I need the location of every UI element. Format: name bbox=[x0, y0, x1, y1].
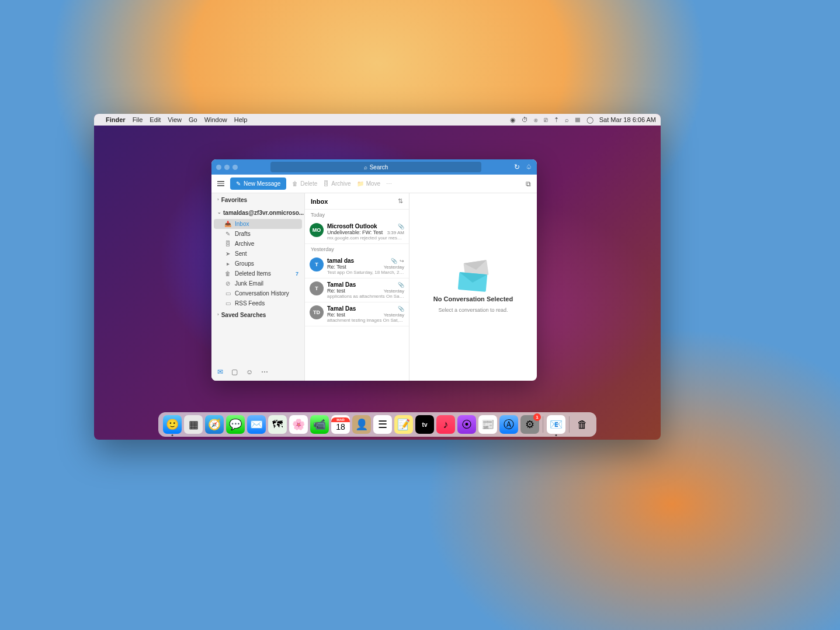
time: Yesterday bbox=[384, 288, 404, 294]
dock-maps[interactable]: 🗺 bbox=[268, 415, 287, 434]
attachment-icon: 📎 bbox=[398, 282, 404, 288]
close-button[interactable] bbox=[216, 165, 221, 170]
sidebar-item-deleted-items[interactable]: 🗑Deleted Items7 bbox=[211, 269, 304, 279]
dock-launchpad[interactable]: ▦ bbox=[184, 415, 203, 434]
msglist-group-header: Today bbox=[305, 210, 409, 220]
dock-outlook[interactable]: 📧 bbox=[547, 415, 565, 434]
notification-icon[interactable]: ♤ bbox=[526, 163, 532, 171]
menubar-window[interactable]: Window bbox=[204, 116, 227, 123]
more-tab-icon[interactable]: ⋯ bbox=[261, 368, 268, 376]
dock-mail[interactable]: ✉️ bbox=[247, 415, 266, 434]
sidebar-favorites[interactable]: ›Favorites bbox=[211, 193, 304, 207]
control-center-icon[interactable]: 𝌆 bbox=[575, 116, 581, 124]
dock-messages[interactable]: 💬 bbox=[226, 415, 245, 434]
dock-finder[interactable]: 🙂 bbox=[163, 415, 182, 434]
avatar: MO bbox=[310, 223, 324, 237]
people-tab-icon[interactable]: ☺ bbox=[246, 368, 253, 376]
delete-button[interactable]: 🗑Delete bbox=[292, 180, 317, 187]
sidebar-item-sent[interactable]: ➤Sent bbox=[211, 249, 304, 259]
panel-toggle-icon[interactable]: ⧉ bbox=[526, 180, 531, 188]
message-item[interactable]: T tamal das📎↪ Re: TestYesterday Test app… bbox=[305, 255, 409, 279]
move-button[interactable]: 📁Move bbox=[357, 180, 380, 187]
folder-icon: ▭ bbox=[224, 300, 231, 307]
reading-subtitle: Select a conversation to read. bbox=[438, 307, 508, 313]
message-item[interactable]: TD Tamal Das📎 Re: testYesterday attachme… bbox=[305, 302, 409, 326]
record-icon[interactable]: ◉ bbox=[510, 116, 516, 124]
message-item[interactable]: T Tamal Das📎 Re: testYesterday applicati… bbox=[305, 279, 409, 302]
sidebar-account[interactable]: ⌄tamaldas@zf3vr.onmicroso... bbox=[211, 207, 304, 219]
dock-calendar[interactable]: MAR18 bbox=[331, 415, 350, 434]
avatar: T bbox=[310, 257, 324, 272]
chevron-down-icon: ⌄ bbox=[217, 210, 221, 216]
hamburger-icon[interactable] bbox=[217, 181, 224, 186]
dock-reminders[interactable]: ☰ bbox=[373, 415, 392, 434]
outlook-window: ⌕ Search ↻ ♤ ✎ New Message 🗑Delete 🗄Arch… bbox=[211, 159, 537, 381]
sidebar-saved-searches[interactable]: ›Saved Searches bbox=[211, 308, 304, 322]
folder-icon: ⊘ bbox=[224, 280, 231, 287]
dock-photos[interactable]: 🌸 bbox=[289, 415, 308, 434]
dock-facetime[interactable]: 📹 bbox=[310, 415, 329, 434]
outlook-toolbar: ✎ New Message 🗑Delete 🗄Archive 📁Move ⋯ ⧉ bbox=[211, 175, 537, 193]
menubar-datetime[interactable]: Sat Mar 18 6:06 AM bbox=[599, 116, 656, 123]
mail-tab-icon[interactable]: ✉ bbox=[217, 368, 223, 376]
sidebar-item-inbox[interactable]: 📥Inbox bbox=[214, 219, 302, 229]
preview: attachment testing images On Sat,... bbox=[327, 318, 404, 323]
dock-trash[interactable]: 🗑 bbox=[573, 415, 592, 434]
menubar-go[interactable]: Go bbox=[189, 116, 197, 123]
archive-button[interactable]: 🗄Archive bbox=[323, 180, 350, 187]
dock-news[interactable]: 📰 bbox=[478, 415, 497, 434]
menubar-file[interactable]: File bbox=[133, 116, 143, 123]
dock-podcasts[interactable]: ⦿ bbox=[457, 415, 476, 434]
folder-icon: 📥 bbox=[224, 221, 231, 227]
sender: tamal das bbox=[327, 257, 391, 264]
folder-icon: ✎ bbox=[224, 231, 231, 237]
filter-icon[interactable]: ⇅ bbox=[398, 197, 403, 205]
dock-appstore[interactable]: Ⓐ bbox=[499, 415, 518, 434]
time: 3:39 AM bbox=[387, 230, 404, 235]
dock-contacts[interactable]: 👤 bbox=[352, 415, 371, 434]
sidebar-item-conversation-history[interactable]: ▭Conversation History bbox=[211, 288, 304, 298]
folder-icon: 🗑 bbox=[224, 270, 231, 277]
new-message-button[interactable]: ✎ New Message bbox=[230, 177, 286, 190]
display-icon[interactable]: ⎚ bbox=[544, 116, 548, 123]
dock-safari[interactable]: 🧭 bbox=[205, 415, 224, 434]
chevron-right-icon: › bbox=[217, 197, 219, 203]
dock-tv[interactable]: tv bbox=[415, 415, 434, 434]
attachment-icon: 📎 bbox=[398, 306, 404, 312]
sidebar-item-junk-email[interactable]: ⊘Junk Email bbox=[211, 279, 304, 288]
sidebar-item-drafts[interactable]: ✎Drafts bbox=[211, 229, 304, 239]
subject: Undeliverable: FW: Test bbox=[327, 229, 387, 235]
calendar-tab-icon[interactable]: ▢ bbox=[231, 368, 238, 376]
preview: applications as attachments On Sat,... bbox=[327, 294, 404, 299]
subject: Re: Test bbox=[327, 264, 384, 270]
avatar: TD bbox=[310, 305, 324, 319]
menubar-help[interactable]: Help bbox=[234, 116, 248, 123]
clock-icon[interactable]: ⏱ bbox=[522, 116, 528, 123]
dock-music[interactable]: ♪ bbox=[436, 415, 455, 434]
msglist-group-header: Yesterday bbox=[305, 244, 409, 255]
sidebar-item-groups[interactable]: ▸Groups bbox=[211, 259, 304, 269]
minimize-button[interactable] bbox=[224, 165, 230, 170]
sidebar-item-rss-feeds[interactable]: ▭RSS Feeds bbox=[211, 298, 304, 308]
envelope-illustration bbox=[456, 262, 491, 291]
menubar-view[interactable]: View bbox=[168, 116, 182, 123]
menubar-edit[interactable]: Edit bbox=[150, 116, 161, 123]
dock-notes[interactable]: 📝 bbox=[394, 415, 413, 434]
menubar-app[interactable]: Finder bbox=[106, 116, 126, 123]
bluetooth-icon[interactable]: ⇡ bbox=[554, 116, 559, 124]
dock-settings[interactable]: ⚙1 bbox=[520, 415, 539, 434]
maximize-button[interactable] bbox=[232, 165, 238, 170]
forward-icon: ↪ bbox=[400, 258, 404, 264]
preview: Test app On Saturday, 18 March, 20... bbox=[327, 270, 404, 275]
siri-icon[interactable]: ◯ bbox=[586, 116, 593, 124]
sidebar: ›Favorites ⌄tamaldas@zf3vr.onmicroso... … bbox=[211, 193, 304, 381]
trash-icon: 🗑 bbox=[292, 180, 298, 187]
spotlight-icon[interactable]: ⌕ bbox=[565, 116, 569, 123]
more-button[interactable]: ⋯ bbox=[386, 180, 392, 187]
message-item[interactable]: MO Microsoft Outlook📎 Undeliverable: FW:… bbox=[305, 220, 409, 244]
sync-icon[interactable]: ↻ bbox=[514, 163, 520, 171]
folder-icon: ➤ bbox=[224, 250, 231, 257]
sidebar-item-archive[interactable]: 🗄Archive bbox=[211, 239, 304, 249]
search-input[interactable]: ⌕ Search bbox=[270, 162, 481, 172]
user-icon[interactable]: ⍟ bbox=[534, 116, 538, 123]
